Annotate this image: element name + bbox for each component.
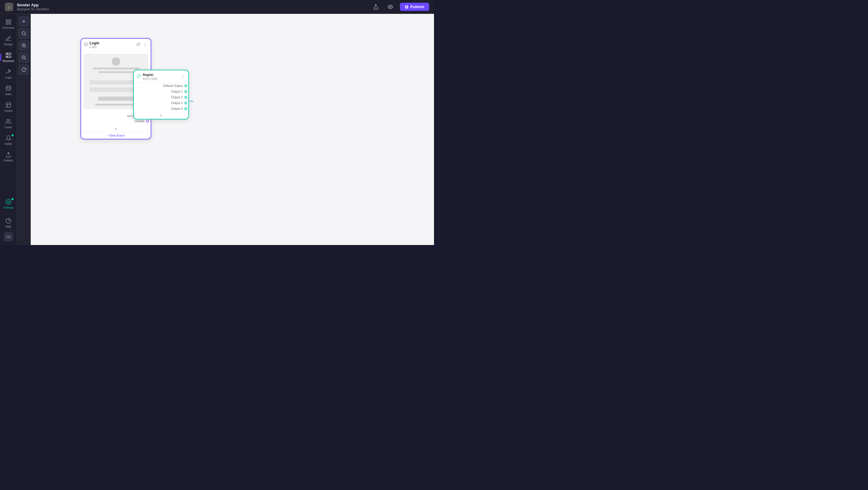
output-1-label: Output 1: [171, 90, 183, 93]
users-icon: [5, 118, 12, 125]
design-label: Design: [4, 42, 13, 46]
output-row-1: Output 1: [134, 89, 188, 94]
output-row-4: Output 4: [134, 106, 188, 112]
svg-point-11: [7, 119, 9, 122]
design-icon: [5, 35, 12, 42]
svg-rect-1: [6, 20, 8, 22]
async-node[interactable]: Async async logic ⋮ Default Output Outpu…: [133, 70, 189, 119]
logic-label: Logic: [5, 76, 12, 79]
flow-canvas[interactable]: Login Login ⋮: [31, 14, 434, 245]
home-icon[interactable]: ⌂: [5, 3, 13, 11]
async-node-title: Async: [143, 73, 157, 77]
logic-icon: [5, 68, 12, 75]
login-node-menu-button[interactable]: ⋮: [143, 42, 148, 48]
async-node-title-group: Async async logic: [137, 73, 157, 80]
login-node-title: Login: [90, 41, 99, 45]
default-output-label: Default Output: [163, 84, 183, 87]
search-button[interactable]: [19, 28, 29, 39]
app-subtitle: Appspotr SL Sandbox: [17, 7, 49, 11]
svg-point-13: [6, 219, 11, 224]
publish-label: Publish: [410, 4, 424, 9]
sidebar: Overview Design Structure: [0, 14, 17, 245]
preview-button[interactable]: [385, 2, 395, 12]
async-node-menu-button[interactable]: ⋮: [180, 74, 185, 79]
output-row-3: Output 3: [134, 100, 188, 106]
sidebar-item-users[interactable]: Users: [1, 116, 16, 131]
sidebar-item-structure[interactable]: Structure: [1, 50, 16, 65]
svg-line-20: [25, 47, 26, 47]
login-node-collapse-btn[interactable]: ∨: [81, 125, 151, 132]
sidebar-item-data[interactable]: Data: [1, 83, 16, 98]
header-title: Sender App Appspotr SL Sandbox: [17, 3, 49, 11]
sidebar-item-overview[interactable]: Overview: [1, 16, 16, 32]
onstart-dot[interactable]: [146, 120, 149, 122]
sidebar-item-publish[interactable]: Publish: [1, 149, 16, 165]
sidebar-item-settings[interactable]: Settings: [1, 196, 16, 211]
new-event-button[interactable]: + New Event: [81, 132, 151, 139]
output-4-dot[interactable]: [184, 108, 187, 110]
svg-rect-3: [6, 23, 8, 24]
output-2-dot[interactable]: [184, 96, 187, 99]
data-label: Data: [5, 92, 11, 96]
header-left: ⌂ Sender App Appspotr SL Sandbox: [5, 3, 49, 11]
sidebar-item-assets[interactable]: Assets: [1, 99, 16, 115]
help-label: Help: [5, 225, 11, 228]
keyboard-button[interactable]: [4, 232, 13, 241]
app-name: Sender App: [17, 3, 49, 7]
help-icon: [5, 218, 12, 224]
assets-icon: [5, 102, 12, 108]
zoom-in-button[interactable]: [19, 40, 29, 51]
share-button[interactable]: [371, 2, 381, 12]
svg-point-12: [7, 201, 9, 203]
output-3-dot[interactable]: [184, 102, 187, 105]
output-4-label: Output 4: [171, 107, 183, 110]
help-button[interactable]: Help: [1, 215, 16, 231]
header-right: Publish: [371, 2, 429, 12]
mockup-button: [98, 96, 133, 101]
publish-sidebar-label: Publish: [4, 159, 13, 162]
output-1-dot[interactable]: [184, 90, 187, 93]
structure-label: Structure: [2, 59, 14, 62]
async-node-name-group: Async async logic: [143, 73, 157, 80]
mockup-line-2: [98, 71, 133, 73]
svg-rect-6: [7, 53, 11, 55]
onstart-label: onStart: [135, 119, 144, 123]
async-node-subtitle: async logic: [143, 77, 157, 80]
overview-icon: [5, 19, 12, 25]
svg-rect-5: [6, 53, 7, 55]
async-node-header: Async async logic ⋮: [134, 70, 188, 83]
svg-point-9: [6, 86, 10, 87]
sidebar-item-notify[interactable]: Notify: [1, 133, 16, 148]
top-header: ⌂ Sender App Appspotr SL Sandbox Publish: [0, 0, 434, 14]
default-output-dot[interactable]: [184, 85, 187, 87]
mockup-avatar: [112, 57, 120, 66]
sidebar-item-design[interactable]: Design: [1, 33, 16, 48]
login-node-expand-button[interactable]: [136, 42, 141, 48]
structure-icon: [5, 52, 12, 59]
publish-sidebar-icon: [5, 151, 12, 158]
login-node-icon: [84, 42, 88, 47]
svg-rect-10: [6, 103, 10, 108]
refresh-button[interactable]: [19, 64, 29, 75]
mockup-line-1: [93, 67, 140, 69]
svg-line-18: [25, 34, 26, 35]
data-icon: [5, 85, 12, 92]
sidebar-item-logic[interactable]: Logic: [1, 66, 16, 82]
notify-label: Notify: [4, 142, 12, 145]
output-row-default: Default Output: [134, 83, 188, 89]
svg-rect-14: [6, 236, 10, 238]
zoom-out-button[interactable]: [19, 53, 29, 63]
async-node-collapse-btn[interactable]: ∧: [134, 112, 188, 119]
output-3-label: Output 3: [171, 102, 183, 105]
notify-icon: [5, 135, 12, 142]
async-node-icon: [137, 74, 141, 79]
add-button[interactable]: [19, 16, 29, 27]
svg-rect-7: [6, 56, 7, 58]
publish-button[interactable]: Publish: [400, 3, 429, 11]
canvas-toolbar: [17, 14, 31, 245]
users-label: Users: [4, 125, 12, 129]
login-node-name-group: Login Login: [90, 41, 99, 49]
main-layout: Overview Design Structure: [0, 14, 434, 245]
settings-icon: [5, 199, 12, 205]
svg-line-24: [25, 59, 26, 59]
